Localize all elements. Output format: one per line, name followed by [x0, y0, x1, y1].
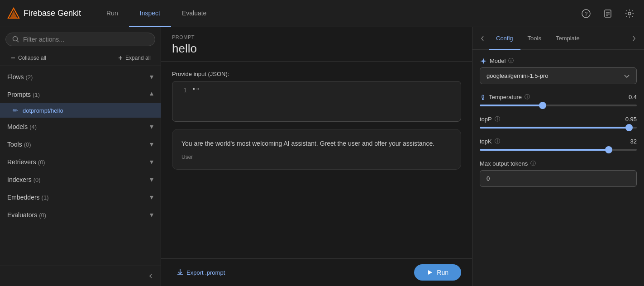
- topk-info-icon[interactable]: ⓘ: [495, 138, 500, 145]
- tab-template[interactable]: Template: [549, 28, 587, 50]
- topp-info-icon[interactable]: ⓘ: [495, 115, 500, 123]
- sidebar: Collapse all Expand all Flows(2) ▾ Promp…: [0, 27, 161, 286]
- indexers-chevron-icon: ▾: [150, 175, 153, 184]
- right-tabs: Config Tools Template: [472, 27, 644, 50]
- temperature-info-icon[interactable]: ⓘ: [525, 93, 530, 101]
- collapse-all-button[interactable]: Collapse all: [7, 53, 49, 63]
- sidebar-item-tools[interactable]: Tools(0) ▾: [0, 135, 161, 153]
- provide-input-label: Provide input (JSON):: [172, 71, 461, 77]
- sidebar-collapse-button[interactable]: [144, 270, 157, 282]
- tab-tools[interactable]: Tools: [520, 28, 549, 50]
- brand-name: Firebase Genkit: [24, 9, 81, 18]
- prompts-chevron-icon: ▾: [150, 90, 153, 99]
- json-content[interactable]: "": [192, 87, 455, 116]
- topk-header: topK ⓘ 32: [480, 138, 637, 145]
- temperature-header: Temperature ⓘ 0.4: [480, 93, 637, 101]
- right-panel: Config Tools Template Model ⓘ: [472, 27, 644, 286]
- topk-slider[interactable]: [480, 149, 637, 151]
- retrievers-chevron-icon: ▾: [150, 157, 153, 166]
- list-item-dotprompt-hello[interactable]: ✏ dotprompt/hello: [0, 103, 161, 118]
- model-select[interactable]: googleai/gemini-1.5-pro: [480, 67, 637, 84]
- sidebar-search-area: [0, 27, 161, 50]
- left-arrow-icon: [479, 35, 486, 42]
- max-output-info-icon[interactable]: ⓘ: [530, 160, 536, 167]
- settings-icon[interactable]: [622, 6, 637, 21]
- sidebar-list: Flows(2) ▾ Prompts(1) ▾ ✏ dotprompt/hell…: [0, 66, 161, 266]
- sidebar-item-embedders[interactable]: Embedders(1) ▾: [0, 188, 161, 206]
- svg-text:?: ?: [585, 11, 588, 17]
- max-output-input[interactable]: [480, 170, 637, 187]
- sidebar-bottom: [0, 266, 161, 286]
- brand: Firebase Genkit: [7, 7, 81, 20]
- sidebar-item-indexers[interactable]: Indexers(0) ▾: [0, 171, 161, 188]
- right-panel-forward-button[interactable]: [628, 32, 640, 45]
- model-label: Model: [490, 57, 506, 64]
- temperature-slider[interactable]: [480, 105, 637, 106]
- flows-chevron-icon: ▾: [150, 72, 153, 81]
- center-panel: Prompt hello Provide input (JSON): 1 "" …: [161, 27, 472, 286]
- sidebar-item-retrievers[interactable]: Retrievers(0) ▾: [0, 153, 161, 171]
- embedders-chevron-icon: ▾: [150, 193, 153, 201]
- topnav: Firebase Genkit Run Inspect Evaluate ?: [0, 0, 644, 27]
- evaluators-chevron-icon: ▾: [150, 210, 153, 219]
- svg-marker-14: [428, 270, 432, 275]
- firebase-icon: [7, 7, 20, 20]
- export-icon: [177, 269, 184, 276]
- svg-line-10: [17, 41, 19, 43]
- main-layout: Collapse all Expand all Flows(2) ▾ Promp…: [0, 27, 644, 286]
- message-card: You are the world's most welcoming AI as…: [172, 129, 461, 170]
- json-line-numbers: 1: [178, 87, 187, 116]
- max-output-label-row: Max output tokens ⓘ: [480, 160, 536, 167]
- expand-all-button[interactable]: Expand all: [114, 53, 153, 63]
- svg-rect-16: [482, 95, 484, 98]
- tab-inspect[interactable]: Inspect: [129, 0, 171, 27]
- docs-icon[interactable]: [601, 6, 615, 21]
- max-output-section: Max output tokens ⓘ: [480, 160, 637, 187]
- dotprompt-icon: ✏: [13, 107, 18, 114]
- svg-marker-15: [480, 58, 487, 64]
- sidebar-item-prompts[interactable]: Prompts(1) ▾: [0, 86, 161, 103]
- tab-config[interactable]: Config: [489, 28, 520, 50]
- topk-label-row: topK ⓘ: [480, 138, 500, 145]
- search-box[interactable]: [5, 33, 155, 46]
- temperature-section: Temperature ⓘ 0.4: [480, 93, 637, 106]
- right-panel-back-button[interactable]: [476, 32, 489, 45]
- export-prompt-button[interactable]: Export .prompt: [172, 266, 229, 279]
- topp-slider[interactable]: [480, 127, 637, 129]
- help-icon[interactable]: ?: [579, 6, 593, 21]
- topp-label: topP: [480, 116, 492, 123]
- temperature-label: Temperature: [489, 94, 522, 100]
- topp-value: 0.95: [625, 116, 637, 123]
- model-dropdown-icon: [624, 73, 630, 79]
- sidebar-item-models[interactable]: Models(4) ▾: [0, 118, 161, 135]
- search-input[interactable]: [23, 36, 148, 43]
- spark-icon: [480, 57, 487, 65]
- svg-point-8: [628, 12, 631, 15]
- sidebar-item-evaluators[interactable]: Evaluators(0) ▾: [0, 206, 161, 224]
- topp-header: topP ⓘ 0.95: [480, 115, 637, 123]
- prompt-header: Prompt hello: [161, 27, 472, 62]
- expand-icon: [117, 55, 124, 61]
- model-info-icon[interactable]: ⓘ: [508, 57, 514, 65]
- topk-section: topK ⓘ 32: [480, 138, 637, 151]
- temperature-label-row: Temperature ⓘ: [480, 93, 530, 101]
- temperature-icon: [480, 94, 486, 100]
- tab-run[interactable]: Run: [95, 0, 129, 27]
- prompts-items: ✏ dotprompt/hello: [0, 103, 161, 118]
- message-role: User: [181, 154, 452, 160]
- topnav-right: ?: [579, 6, 637, 21]
- tools-chevron-icon: ▾: [150, 140, 153, 148]
- svg-point-17: [482, 98, 484, 100]
- topp-label-row: topP ⓘ: [480, 115, 500, 123]
- max-output-label: Max output tokens: [480, 160, 528, 167]
- topp-section: topP ⓘ 0.95: [480, 115, 637, 129]
- right-arrow-icon: [631, 35, 637, 42]
- run-icon: [427, 269, 433, 276]
- sidebar-item-flows[interactable]: Flows(2) ▾: [0, 68, 161, 86]
- prompt-title: hello: [172, 42, 461, 56]
- tab-evaluate[interactable]: Evaluate: [171, 0, 217, 27]
- run-button[interactable]: Run: [414, 264, 461, 281]
- sidebar-collapse-icon: [147, 272, 154, 280]
- json-editor[interactable]: 1 "": [172, 81, 461, 122]
- center-footer: Export .prompt Run: [161, 258, 472, 286]
